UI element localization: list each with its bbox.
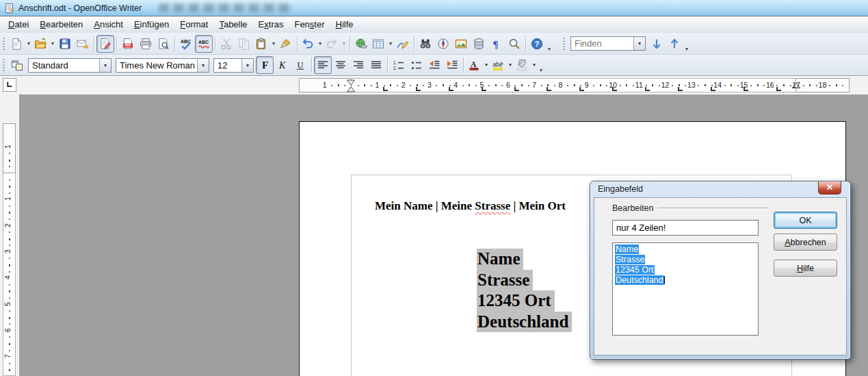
- chevron-down-icon[interactable]: ▾: [633, 37, 645, 50]
- decrease-indent-button[interactable]: [425, 56, 443, 74]
- chevron-down-icon[interactable]: ▾: [99, 59, 111, 72]
- menu-fenster[interactable]: Fenster: [289, 16, 330, 33]
- vertical-ruler: 12345671: [3, 123, 16, 376]
- dialog-close-button[interactable]: [818, 181, 841, 195]
- ruler-tick: [469, 84, 470, 86]
- align-justify-button[interactable]: [367, 56, 385, 74]
- ruler-tick: [711, 85, 713, 86]
- find-replace-button[interactable]: [417, 35, 434, 53]
- align-center-button[interactable]: [332, 56, 350, 74]
- address-field-line[interactable]: Deutschland: [477, 312, 572, 333]
- new-document-button[interactable]: ▾: [8, 35, 32, 53]
- find-combobox[interactable]: Finden ▾: [570, 36, 646, 51]
- help-button[interactable]: ?: [528, 35, 546, 53]
- styles-window-button[interactable]: [8, 56, 26, 74]
- draw-functions-button[interactable]: [394, 35, 412, 53]
- increase-indent-button[interactable]: [443, 56, 461, 74]
- toolbar-overflow-button[interactable]: ▾: [685, 46, 688, 52]
- underline-button[interactable]: U: [291, 56, 309, 74]
- highlight-button[interactable]: ab▾: [490, 56, 514, 74]
- document-header-line[interactable]: Mein Name | Meine Strasse | Mein Ort: [352, 186, 566, 227]
- ruler-tick: [488, 85, 490, 86]
- abbrechen-button[interactable]: Abbrechen: [774, 234, 837, 251]
- chevron-down-icon[interactable]: ▾: [241, 59, 253, 72]
- menu-datei[interactable]: Datei: [3, 16, 34, 33]
- window-title: Anschrift.odt - OpenOffice Writer: [18, 3, 142, 13]
- italic-button[interactable]: K: [274, 56, 291, 74]
- address-field-line[interactable]: Strasse: [477, 270, 533, 291]
- find-toolbar-grip[interactable]: [562, 37, 566, 51]
- find-down-button[interactable]: [648, 35, 666, 53]
- ruler-tick: [410, 85, 411, 86]
- zoom-button[interactable]: [505, 35, 523, 53]
- toolbar-separator: [463, 58, 464, 73]
- edit-file-button[interactable]: [96, 35, 114, 53]
- dialog-title: Eingabefeld: [598, 184, 643, 194]
- menu-extras[interactable]: Extras: [253, 16, 289, 33]
- background-color-button[interactable]: ▾: [514, 56, 538, 74]
- save-button[interactable]: [56, 35, 74, 53]
- toolbar-separator: [297, 36, 298, 51]
- formatting-marks-button[interactable]: ¶: [488, 35, 505, 53]
- menu-einfgen[interactable]: Einfügen: [129, 16, 174, 33]
- menu-bearbeiten[interactable]: Bearbeiten: [34, 16, 88, 33]
- toolbar-overflow-button[interactable]: ▾: [548, 46, 551, 52]
- numbered-list-button[interactable]: 1.2.: [390, 56, 408, 74]
- address-field-block[interactable]: NameStrasse12345 OrtDeutschland: [477, 249, 572, 332]
- toolbar-grip[interactable]: [2, 37, 5, 51]
- align-left-button[interactable]: [314, 56, 332, 74]
- gallery-button[interactable]: [452, 35, 470, 53]
- hilfe-button[interactable]: Hilfe: [774, 260, 837, 277]
- format-paintbrush-icon: [280, 38, 292, 50]
- background-color-icon: [516, 59, 528, 71]
- navigator-button[interactable]: [434, 35, 452, 53]
- toolbar-grip[interactable]: [2, 58, 5, 72]
- table-button[interactable]: ▾: [370, 35, 394, 53]
- svg-text:ABC: ABC: [198, 40, 209, 45]
- send-email-button[interactable]: [74, 35, 92, 53]
- ruler-tick: [449, 85, 451, 86]
- toolbar-separator: [525, 36, 526, 51]
- redacted-text: [159, 3, 293, 12]
- open-folder-button[interactable]: ▾: [32, 35, 56, 53]
- page-preview-button[interactable]: [155, 35, 172, 53]
- format-paintbrush-button[interactable]: [277, 35, 295, 53]
- group-box-line: [657, 208, 768, 210]
- menu-format[interactable]: Format: [174, 16, 213, 33]
- chevron-down-icon[interactable]: ▾: [197, 59, 209, 72]
- menu-hilfe[interactable]: Hilfe: [330, 16, 359, 33]
- undo-button[interactable]: ▾: [300, 35, 324, 53]
- menu-ansicht[interactable]: Ansicht: [88, 16, 129, 33]
- paragraph-style-combobox[interactable]: Standard ▾: [28, 58, 111, 73]
- font-name-combobox[interactable]: Times New Roman ▾: [116, 58, 209, 73]
- ruler-tick: [541, 85, 542, 86]
- ruler-tick: [9, 336, 10, 338]
- address-field-line[interactable]: Name: [477, 249, 523, 270]
- bold-button[interactable]: F: [256, 56, 274, 74]
- font-size-combobox[interactable]: 12 ▾: [213, 58, 254, 73]
- field-content-textarea[interactable]: NameStrasse12345 OrtDeutschland: [612, 242, 759, 336]
- align-right-button[interactable]: [350, 56, 367, 74]
- misspelled-word[interactable]: Strasse: [475, 199, 510, 212]
- reference-text-input[interactable]: [612, 220, 759, 236]
- auto-spellcheck-button[interactable]: ABC: [195, 35, 213, 53]
- align-right-icon: [352, 59, 365, 71]
- toolbar-overflow-button[interactable]: ▾: [540, 67, 542, 73]
- print-button[interactable]: [137, 35, 155, 53]
- spellcheck-button[interactable]: ABC: [177, 35, 195, 53]
- address-field-line[interactable]: 12345 Ort: [477, 290, 555, 312]
- hyperlink-button[interactable]: [352, 35, 370, 53]
- menu-tabelle[interactable]: Tabelle: [213, 16, 252, 33]
- ruler-tick: [547, 84, 549, 86]
- paste-button[interactable]: ▾: [253, 35, 277, 53]
- bullet-list-button[interactable]: [408, 56, 425, 74]
- font-color-button[interactable]: A▾: [466, 56, 490, 74]
- export-pdf-button[interactable]: PDF: [119, 35, 137, 53]
- redo-button: ▾: [324, 35, 347, 53]
- ok-button[interactable]: OK: [774, 212, 837, 229]
- find-up-button[interactable]: [666, 35, 683, 53]
- tab-stop-selector-button[interactable]: [3, 78, 16, 92]
- ruler-number: 6: [506, 81, 510, 89]
- first-line-indent-marker[interactable]: [347, 79, 356, 95]
- data-sources-button[interactable]: [470, 35, 488, 53]
